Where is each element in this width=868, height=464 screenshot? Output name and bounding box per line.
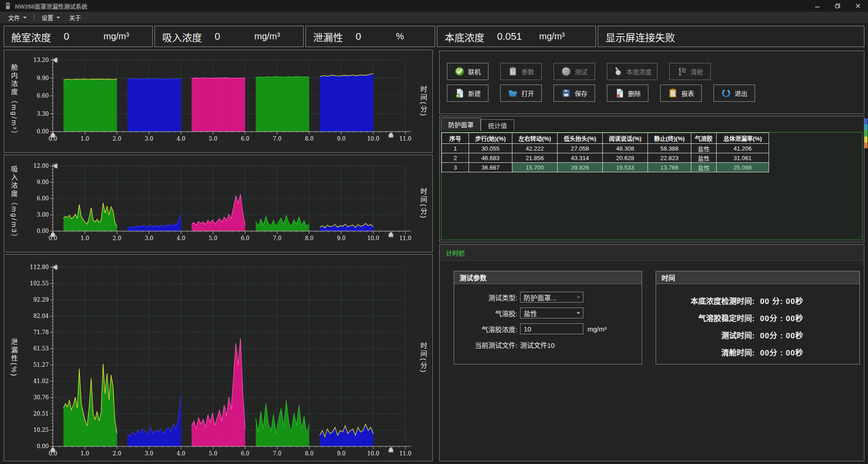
series-segment xyxy=(320,74,373,132)
close-button[interactable] xyxy=(848,0,868,12)
table-header-cell[interactable]: 序号 xyxy=(442,133,469,144)
connect-button[interactable]: 联机 xyxy=(447,63,488,80)
table-row[interactable]: 130.05542.22227.05848.30858.388盐性41.206 xyxy=(442,144,769,153)
table-header-cell[interactable]: 步行(始)(%) xyxy=(469,133,512,144)
table-header-cell[interactable]: 左右转动(%) xyxy=(512,133,558,144)
table-header-cell[interactable]: 总体泄漏率(%) xyxy=(717,133,769,144)
aerosol-select[interactable]: 盐性 xyxy=(520,308,583,318)
series-segment xyxy=(192,78,245,132)
table-header-cell[interactable]: 静止(终)(%) xyxy=(648,133,691,144)
table-cell[interactable]: 21.856 xyxy=(512,153,558,163)
timer-panel: 计时栏 测试参数 测试类型:防护面罩...气溶胶:盐性气溶胶浓度:10mg/m³… xyxy=(439,244,864,461)
status-label: 舱室浓度 xyxy=(11,29,51,44)
minimize-button[interactable] xyxy=(807,0,827,12)
aerosol-concentration-input[interactable]: 10 xyxy=(520,323,583,334)
table-cell[interactable]: 43.314 xyxy=(558,153,603,163)
table-cell[interactable]: 22.823 xyxy=(648,153,691,163)
menu-settings[interactable]: 设置 xyxy=(37,12,65,23)
new-icon xyxy=(455,88,464,98)
maximize-button[interactable] xyxy=(827,0,848,12)
table-cell[interactable]: 19.533 xyxy=(603,163,648,172)
series-segment xyxy=(127,214,181,231)
tab-protective-mask[interactable]: 防护面罩 xyxy=(441,118,481,131)
table-cell[interactable]: 48.308 xyxy=(603,144,648,153)
menu-separator xyxy=(34,14,34,21)
svg-text:1.0: 1.0 xyxy=(80,136,89,142)
menu-label: 文件 xyxy=(8,13,20,22)
table-header-cell[interactable]: 低头抬头(%) xyxy=(558,133,603,144)
series-segment xyxy=(63,364,117,446)
report-button[interactable]: 报表 xyxy=(660,85,702,102)
y-range-top-handle[interactable] xyxy=(53,58,57,62)
table-cell[interactable]: 58.388 xyxy=(648,144,691,153)
scrollbar-thumb[interactable] xyxy=(864,118,868,148)
save-button[interactable]: 保存 xyxy=(554,85,595,102)
cabin-concentration-chart-panel: 舱内浓度（mg/m³） 0.003.306.609.9013.200.01.02… xyxy=(4,50,433,153)
table-cell[interactable]: 41.206 xyxy=(717,144,769,153)
x-range-left-handle[interactable] xyxy=(51,447,55,452)
test-time-label: 测试时间: xyxy=(656,329,755,341)
table-row[interactable]: 246.68321.85643.31420.62822.823盐性31.061 xyxy=(442,153,769,163)
svg-text:6.00: 6.00 xyxy=(37,195,49,202)
table-cell[interactable]: 42.222 xyxy=(512,144,558,153)
table-cell[interactable]: 25.098 xyxy=(717,163,769,172)
background-detect-time-row: 本底浓度检测时间:00 分: 00秒 xyxy=(656,295,859,306)
table-header-cell[interactable]: 气溶胶 xyxy=(691,133,717,144)
title-bar: NW268面罩泄漏性测试系统 xyxy=(0,0,868,12)
y-range-top-handle[interactable] xyxy=(53,265,57,270)
delete-button[interactable]: 删除 xyxy=(607,85,648,102)
table-cell[interactable]: 20.628 xyxy=(603,153,648,163)
svg-text:10.25: 10.25 xyxy=(33,427,49,433)
test-button[interactable]: 测试 xyxy=(554,63,595,80)
save-icon xyxy=(561,88,571,98)
open-button[interactable]: 打开 xyxy=(500,85,542,102)
purge-cabin-button[interactable]: 清舱 xyxy=(669,63,711,80)
series xyxy=(63,74,373,132)
status-unit: mg/m³ xyxy=(254,31,280,42)
table-cell[interactable]: 15.700 xyxy=(512,163,558,172)
svg-text:51.27: 51.27 xyxy=(33,362,49,368)
background-concentration-button[interactable]: 本底浓度 xyxy=(607,63,657,80)
exit-button[interactable]: 退出 xyxy=(713,85,755,102)
table-header-cell[interactable]: 阅读说话(%) xyxy=(603,133,648,144)
table-cell[interactable]: 盐性 xyxy=(691,144,717,153)
table-cell[interactable]: 盐性 xyxy=(691,163,717,172)
toolbar-button-label: 退出 xyxy=(735,89,747,98)
svg-text:5.0: 5.0 xyxy=(209,235,217,241)
table-cell[interactable]: 13.766 xyxy=(648,163,691,172)
menu-file[interactable]: 文件 xyxy=(4,12,31,23)
table-cell[interactable]: 1 xyxy=(442,144,469,153)
test-type-select[interactable]: 防护面罩... xyxy=(520,292,583,303)
status-row: 舱室浓度0mg/m³吸入浓度0mg/m³泄漏性0%本底浓度0.051mg/m³显… xyxy=(4,26,864,47)
series-segment xyxy=(320,223,373,231)
svg-text:82.04: 82.04 xyxy=(33,313,49,319)
table-cell[interactable]: 30.055 xyxy=(469,144,512,153)
right-scrollbar[interactable] xyxy=(864,50,868,461)
status-label: 本底浓度 xyxy=(445,29,484,44)
background-detect-time-value: 00 分: 00秒 xyxy=(760,295,803,306)
menu-about[interactable]: 关于 xyxy=(65,12,85,23)
table-cell[interactable]: 39.826 xyxy=(558,163,603,172)
table-cell[interactable]: 36.667 xyxy=(469,163,512,172)
params-button[interactable]: ?参数 xyxy=(500,63,542,80)
table-cell[interactable]: 2 xyxy=(442,153,469,163)
table-cell[interactable]: 盐性 xyxy=(691,153,717,163)
test-params-groupbox: 测试参数 测试类型:防护面罩...气溶胶:盐性气溶胶浓度:10mg/m³当前测试… xyxy=(454,271,642,365)
svg-text:11.0: 11.0 xyxy=(399,450,412,457)
y-range-top-handle[interactable] xyxy=(53,164,57,168)
svg-text:6.0: 6.0 xyxy=(241,450,249,457)
svg-text:13.20: 13.20 xyxy=(33,57,49,63)
status-cabin-concentration: 舱室浓度0mg/m³ xyxy=(4,26,153,47)
x-range-left-handle[interactable] xyxy=(51,232,55,237)
new-button[interactable]: 新建 xyxy=(447,85,488,102)
table-cell[interactable]: 27.058 xyxy=(558,144,603,153)
x-range-left-handle[interactable] xyxy=(51,132,55,137)
y-axis-title: 吸入浓度（mg/m3） xyxy=(4,155,24,252)
connect-icon xyxy=(455,66,464,76)
tab-statistics[interactable]: 统计值 xyxy=(481,119,514,131)
table-cell[interactable]: 31.061 xyxy=(717,153,769,163)
table-row[interactable]: 336.66715.70039.82619.53313.766盐性25.098 xyxy=(442,163,769,172)
table-cell[interactable]: 3 xyxy=(442,163,469,172)
status-value: 0.051 xyxy=(497,31,537,43)
table-cell[interactable]: 46.683 xyxy=(469,153,512,163)
